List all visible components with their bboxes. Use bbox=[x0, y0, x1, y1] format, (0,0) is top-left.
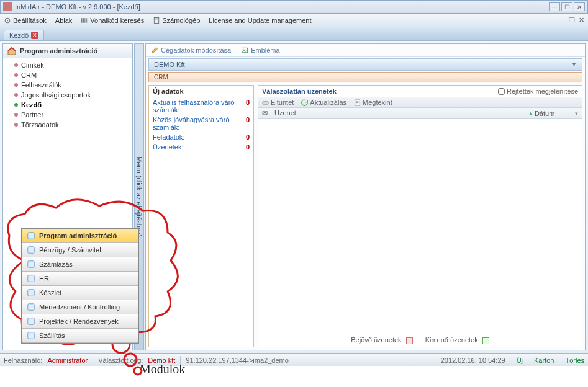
invoice-icon bbox=[27, 260, 35, 269]
messages-toolbar: Eltüntet Aktualizálás Megtekint bbox=[258, 97, 582, 108]
bullet-icon bbox=[14, 123, 18, 127]
hide-message-button[interactable]: Eltüntet bbox=[262, 99, 294, 106]
sidebar-item[interactable]: Törzsadatok bbox=[3, 120, 132, 130]
svg-rect-11 bbox=[28, 233, 35, 239]
minimize-button[interactable]: ─ bbox=[549, 2, 560, 11]
mdi-minimize[interactable]: ─ bbox=[560, 16, 565, 24]
status-bar: Felhasználó: Administrator Választott cé… bbox=[0, 354, 588, 366]
annotation-label: Modulok bbox=[140, 362, 185, 376]
sidebar-title: Program adminisztráció bbox=[3, 44, 132, 58]
sidebar-item[interactable]: Kezdő bbox=[3, 100, 132, 110]
messages-legend: Bejövő üzenetek Kimenő üzenetek bbox=[258, 334, 582, 347]
messages-panel: Válaszolatlan üzenetek Rejtettek megjele… bbox=[258, 85, 582, 347]
status-delete-button[interactable]: Törlés bbox=[565, 357, 584, 364]
menu-calculator[interactable]: Számológép bbox=[153, 17, 200, 24]
document-tabstrip: Kezdő ✕ bbox=[0, 27, 588, 41]
col-message[interactable]: Üzenet bbox=[274, 109, 528, 117]
col-icon[interactable]: ✉ bbox=[262, 109, 274, 117]
view-message-button[interactable]: Megtekint bbox=[354, 99, 392, 106]
window-title: InMidAir - DEMO Kft - v 2.9.000 - [Kezdő… bbox=[15, 3, 140, 11]
sidebar-item[interactable]: CRM bbox=[3, 70, 132, 80]
sidebar-item[interactable]: Cimkék bbox=[3, 60, 132, 70]
svg-rect-17 bbox=[28, 318, 35, 325]
menu-barcode[interactable]: Vonalkód keresés bbox=[81, 17, 144, 24]
column-menu-icon[interactable]: ▾ bbox=[575, 110, 578, 117]
status-card-button[interactable]: Karton bbox=[534, 357, 554, 364]
module-item[interactable]: Készlet bbox=[22, 286, 138, 300]
money-icon bbox=[27, 246, 35, 254]
bullet-icon bbox=[14, 83, 18, 87]
tab-close-button[interactable]: ✕ bbox=[31, 32, 38, 39]
module-label: Szállítás bbox=[39, 332, 65, 339]
show-hidden-checkbox[interactable]: Rejtettek megjelenítése bbox=[498, 87, 578, 95]
refresh-button[interactable]: Aktualizálás bbox=[301, 99, 346, 106]
sidebar-item-label: Jogosultsági csoportok bbox=[21, 91, 91, 99]
module-item[interactable]: Menedzsment / Kontrolling bbox=[22, 300, 138, 314]
status-new-button[interactable]: Új bbox=[517, 357, 523, 364]
image-icon bbox=[241, 47, 248, 54]
legend-outgoing: Kimenő üzenetek bbox=[425, 336, 489, 344]
svg-rect-15 bbox=[28, 290, 35, 296]
module-label: Készlet bbox=[39, 289, 61, 296]
new-data-title: Új adatok bbox=[149, 86, 253, 97]
module-label: Program adminisztráció bbox=[39, 232, 117, 239]
refresh-icon bbox=[301, 99, 308, 106]
new-data-row[interactable]: Üzenetek:0 bbox=[149, 142, 253, 152]
status-connection: 91.120.22.197,1344->ima2_demo bbox=[186, 357, 288, 364]
window-controls: ─ ☐ ✕ bbox=[549, 2, 585, 11]
gear-icon bbox=[4, 17, 11, 24]
calendar-icon bbox=[27, 317, 35, 326]
module-item[interactable]: Program adminisztráció bbox=[22, 229, 138, 243]
status-datetime: 2012.02.16. 10:54:29 bbox=[441, 357, 505, 364]
modules-popup: Program adminisztrációPénzügy / Számvite… bbox=[21, 228, 139, 344]
company-name: DEMO Kft bbox=[154, 61, 185, 68]
svg-rect-14 bbox=[28, 275, 35, 282]
document-icon bbox=[354, 99, 361, 106]
person-icon bbox=[27, 274, 35, 283]
mdi-close[interactable]: ✕ bbox=[579, 16, 584, 24]
sidebar-item[interactable]: Partner bbox=[3, 110, 132, 120]
tab-kezdo[interactable]: Kezdő ✕ bbox=[4, 30, 44, 40]
chevron-down-icon: ▼ bbox=[571, 61, 577, 68]
sidebar-item[interactable]: Felhasználók bbox=[3, 80, 132, 90]
module-item[interactable]: Projektek / Rendezvények bbox=[22, 314, 138, 329]
logo-button[interactable]: Embléma bbox=[241, 47, 279, 54]
module-label: Számlázás bbox=[39, 260, 73, 268]
maximize-button[interactable]: ☐ bbox=[561, 2, 572, 11]
box-icon bbox=[27, 288, 35, 297]
company-band[interactable]: DEMO Kft ▼ bbox=[148, 58, 582, 71]
new-data-row[interactable]: Közös jóváhagyásra váró számlák:0 bbox=[149, 115, 253, 132]
mdi-restore[interactable]: ❐ bbox=[569, 16, 575, 24]
sort-asc-icon: ▲ bbox=[528, 110, 533, 116]
module-item[interactable]: Pénzügy / Számvitel bbox=[22, 243, 138, 257]
content-area: Cégadatok módosítása Embléma DEMO Kft ▼ … bbox=[145, 43, 586, 350]
crm-band: CRM bbox=[148, 72, 582, 82]
tab-label: Kezdő bbox=[9, 32, 29, 39]
messages-columns: ✉ Üzenet ▲Dátum ▾ bbox=[258, 108, 582, 119]
menu-license[interactable]: License and Update management bbox=[209, 17, 311, 24]
menu-settings[interactable]: Beállítások bbox=[4, 17, 47, 24]
crm-body: Új adatok Aktuális felhasználóra váró sz… bbox=[148, 85, 582, 347]
svg-rect-13 bbox=[28, 261, 35, 268]
module-item[interactable]: Számlázás bbox=[22, 257, 138, 272]
new-data-row[interactable]: Feladatok:0 bbox=[149, 132, 253, 142]
sidebar-item-label: Kezdő bbox=[21, 101, 42, 109]
sidebar-item-label: CRM bbox=[21, 71, 37, 79]
messages-header: Válaszolatlan üzenetek Rejtettek megjele… bbox=[258, 86, 582, 97]
module-item[interactable]: HR bbox=[22, 272, 138, 286]
menu-window[interactable]: Ablak bbox=[55, 17, 73, 24]
sidebar-item[interactable]: Jogosultsági csoportok bbox=[3, 90, 132, 100]
svg-rect-6 bbox=[263, 101, 268, 104]
status-company-label: Választott cég: bbox=[98, 357, 143, 364]
mdi-controls: ─ ❐ ✕ bbox=[560, 16, 584, 24]
module-item[interactable]: Szállítás bbox=[22, 329, 138, 343]
close-button[interactable]: ✕ bbox=[574, 2, 585, 11]
col-date[interactable]: ▲Dátum ▾ bbox=[528, 109, 578, 117]
new-data-row[interactable]: Aktuális felhasználóra váró számlák:0 bbox=[149, 97, 253, 115]
show-hidden-input[interactable] bbox=[498, 88, 505, 95]
edit-company-button[interactable]: Cégadatok módosítása bbox=[151, 47, 231, 54]
module-label: Projektek / Rendezvények bbox=[39, 318, 119, 325]
sidebar-item-label: Cimkék bbox=[21, 61, 44, 69]
menu-bar: Beállítások Ablak Vonalkód keresés Számo… bbox=[0, 14, 588, 27]
svg-point-1 bbox=[7, 19, 8, 20]
